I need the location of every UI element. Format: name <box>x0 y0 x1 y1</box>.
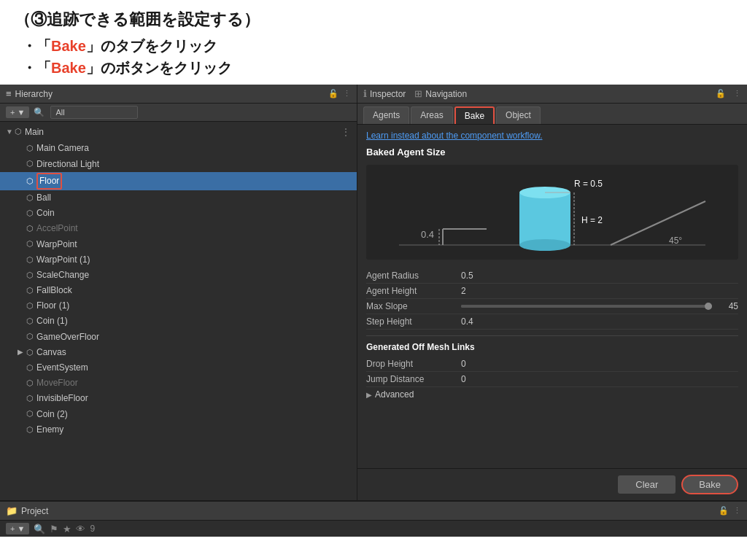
inspector-panel: ℹ Inspector ⊞ Navigation 🔓 ⋮ Agents Area… <box>357 85 747 500</box>
search-icon: 🔍 <box>34 107 44 117</box>
annotation-bullet-1: ・「Bake」のタブをクリック <box>22 35 732 57</box>
hierarchy-item-directional-light[interactable]: ⬡ Directional Light <box>0 157 357 172</box>
svg-line-1 <box>611 201 705 245</box>
tab-agents[interactable]: Agents <box>363 106 409 124</box>
hierarchy-menu-icon[interactable]: ⋮ <box>343 89 351 98</box>
hierarchy-title: Hierarchy <box>15 89 53 99</box>
prop-agent-radius: Agent Radius 0.5 <box>366 268 738 284</box>
tab-bake[interactable]: Bake <box>454 106 495 124</box>
workflow-link[interactable]: Learn instead about the component workfl… <box>366 131 738 141</box>
hierarchy-item-floor1[interactable]: ⬡ Floor (1) <box>0 298 357 314</box>
event-obj-icon: ⬡ <box>26 362 34 375</box>
prop-max-slope: Max Slope 45 <box>366 299 738 314</box>
invis-obj-icon: ⬡ <box>26 392 34 405</box>
hierarchy-item-ball[interactable]: ⬡ Ball <box>0 190 357 206</box>
hierarchy-item-scalechange[interactable]: ⬡ ScaleChange <box>0 268 357 283</box>
tab-object[interactable]: Object <box>496 106 541 124</box>
canvas-obj-icon: ⬡ <box>26 346 34 359</box>
svg-rect-6 <box>519 192 570 245</box>
hierarchy-item-coin2[interactable]: ⬡ Coin (2) <box>0 407 357 422</box>
project-menu-icon[interactable]: ⋮ <box>733 506 741 516</box>
fall-obj-icon: ⬡ <box>26 284 34 298</box>
project-count: 9 <box>90 524 95 534</box>
advanced-row[interactable]: ▶ Advanced <box>366 387 738 402</box>
dirlight-obj-icon: ⬡ <box>26 158 34 171</box>
inspector-menu-icon[interactable]: ⋮ <box>733 89 741 98</box>
svg-text:0.4: 0.4 <box>421 229 434 240</box>
hierarchy-item-gameoverfloor[interactable]: ⬡ GameOverFloor <box>0 330 357 345</box>
hierarchy-item-movefloor[interactable]: ⬡ MoveFloor <box>0 376 357 391</box>
bullet1-suffix: 」のタブをクリック <box>86 38 217 54</box>
move-obj-icon: ⬡ <box>26 377 34 390</box>
hierarchy-list: ▼ ⬡ Main ⋮ ⬡ Main Camera ⬡ Directional L… <box>0 122 357 500</box>
hierarchy-item-invisiblefloor[interactable]: ⬡ InvisibleFloor <box>0 391 357 406</box>
floor1-obj-icon: ⬡ <box>26 300 34 313</box>
inspector-lock-icon[interactable]: 🔓 <box>716 89 726 98</box>
step-height-value: 0.4 <box>461 316 738 327</box>
project-lock-icon[interactable]: 🔓 <box>719 506 729 516</box>
project-panel: 📁 Project 🔓 ⋮ + ▼ 🔍 ⚑ ★ 👁 9 <box>0 500 747 537</box>
section-divider <box>366 335 738 336</box>
agent-radius-value: 0.5 <box>461 271 738 281</box>
bullet2-suffix: 」のボタンをクリック <box>86 60 232 76</box>
clear-button[interactable]: Clear <box>618 475 676 494</box>
prop-step-height: Step Height 0.4 <box>366 314 738 330</box>
warp1-obj-icon: ⬡ <box>26 254 34 267</box>
project-folder-icon: 📁 <box>6 505 18 516</box>
gameover-obj-icon: ⬡ <box>26 330 34 343</box>
hierarchy-item-accelpoint[interactable]: ⬡ AccelPoint <box>0 221 357 236</box>
svg-text:H = 2: H = 2 <box>581 215 603 225</box>
hierarchy-add-button[interactable]: + ▼ <box>6 106 29 118</box>
tab-areas[interactable]: Areas <box>411 106 452 124</box>
project-header: 📁 Project 🔓 ⋮ <box>0 502 747 521</box>
max-slope-label: Max Slope <box>366 301 461 311</box>
floor-obj-icon: ⬡ <box>26 175 34 188</box>
nav-tabs: Agents Areas Bake Object <box>357 104 747 125</box>
advanced-label: Advanced <box>375 389 414 400</box>
project-icon-3[interactable]: 👁 <box>76 524 85 534</box>
bullet1-highlight: Bake <box>51 38 86 54</box>
ball-obj-icon: ⬡ <box>26 192 34 205</box>
hierarchy-item-main[interactable]: ▼ ⬡ Main ⋮ <box>0 123 357 141</box>
hierarchy-item-coin1[interactable]: ⬡ Coin (1) <box>0 314 357 329</box>
hierarchy-lock-icon[interactable]: 🔓 <box>328 89 338 98</box>
warp-obj-icon: ⬡ <box>26 238 34 251</box>
hierarchy-item-warppoint[interactable]: ⬡ WarpPoint <box>0 237 357 252</box>
hierarchy-header: ≡ Hierarchy 🔓 ⋮ <box>0 85 357 104</box>
navigation-title: Navigation <box>425 89 467 99</box>
project-title: Project <box>21 506 48 516</box>
slider-track <box>461 305 712 308</box>
annotation-bullet-2: ・「Bake」のボタンをクリック <box>22 57 732 79</box>
max-slope-value: 45 <box>716 301 738 311</box>
bake-button[interactable]: Bake <box>681 475 738 494</box>
hierarchy-item-coin[interactable]: ⬡ Coin <box>0 206 357 221</box>
hierarchy-search-input[interactable] <box>50 106 138 119</box>
inspector-content: Learn instead about the component workfl… <box>357 125 747 468</box>
drop-height-value: 0 <box>461 359 738 369</box>
inspector-title: Inspector <box>370 89 406 99</box>
max-slope-slider[interactable]: 45 <box>461 301 738 311</box>
slider-thumb <box>705 303 712 310</box>
project-add-button[interactable]: + ▼ <box>6 523 29 534</box>
agent-height-value: 2 <box>461 286 738 296</box>
project-icon-1[interactable]: ⚑ <box>50 524 58 534</box>
annotation-title: （③追跡できる範囲を設定する） <box>15 9 732 31</box>
main-menu-dots[interactable]: ⋮ <box>341 124 351 140</box>
hierarchy-item-eventsystem[interactable]: ⬡ EventSystem <box>0 360 357 376</box>
hierarchy-item-enemy[interactable]: ⬡ Enemy <box>0 422 357 438</box>
hierarchy-item-canvas[interactable]: ▶ ⬡ Canvas <box>0 345 357 360</box>
project-icon-2[interactable]: ★ <box>63 524 71 534</box>
hierarchy-item-fallblock[interactable]: ⬡ FallBlock <box>0 283 357 298</box>
accel-obj-icon: ⬡ <box>26 222 34 236</box>
step-height-label: Step Height <box>366 316 461 327</box>
off-mesh-title: Generated Off Mesh Links <box>366 342 738 352</box>
coin-obj-icon: ⬡ <box>26 207 34 220</box>
hierarchy-panel: ≡ Hierarchy 🔓 ⋮ + ▼ 🔍 ▼ ⬡ Main ⋮ ⬡ Mai <box>0 85 357 500</box>
navigation-grid-icon: ⊞ <box>414 88 422 99</box>
project-toolbar: + ▼ 🔍 ⚑ ★ 👁 9 <box>0 521 747 537</box>
bullet1-prefix: 「 <box>36 38 51 54</box>
hierarchy-item-main-camera[interactable]: ⬡ Main Camera <box>0 141 357 156</box>
agent-diagram: 0.4 R = 0.5 H = 2 <box>366 165 738 260</box>
hierarchy-item-floor[interactable]: ⬡ Floor <box>0 172 357 190</box>
hierarchy-item-warppoint1[interactable]: ⬡ WarpPoint (1) <box>0 252 357 268</box>
